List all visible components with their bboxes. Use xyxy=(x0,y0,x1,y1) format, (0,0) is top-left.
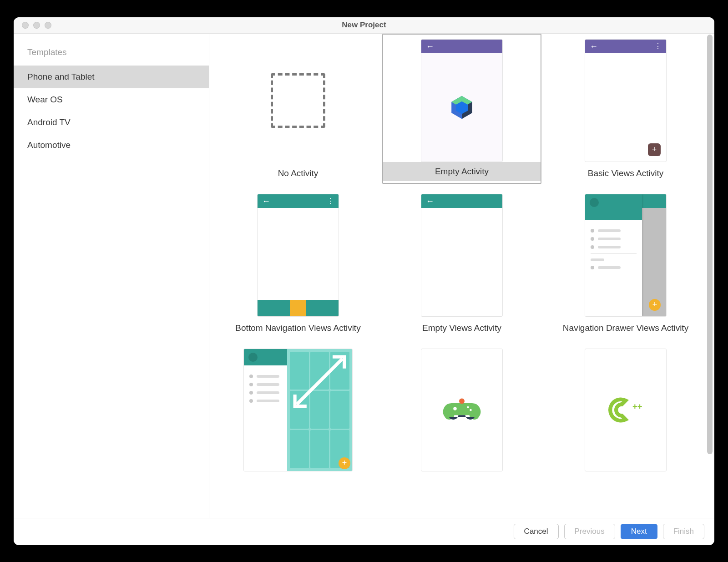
appbar-preview: ← ⋮ xyxy=(258,194,339,208)
template-native-cpp[interactable]: ++ xyxy=(546,343,705,472)
bottom-nav-preview xyxy=(258,300,339,316)
more-vert-icon: ⋮ xyxy=(654,42,662,51)
template-thumbnail xyxy=(421,349,503,471)
cpp-icon: ++ xyxy=(603,392,648,428)
cancel-button[interactable]: Cancel xyxy=(514,524,559,539)
previous-button[interactable]: Previous xyxy=(564,524,615,539)
template-label: Bottom Navigation Views Activity xyxy=(235,317,360,338)
template-label: No Activity xyxy=(278,162,318,183)
svg-point-5 xyxy=(459,398,465,404)
zoom-window-button[interactable] xyxy=(45,22,51,29)
next-button[interactable]: Next xyxy=(621,524,657,539)
template-responsive-views-activity[interactable]: + xyxy=(218,343,378,472)
template-thumbnail: ++ xyxy=(585,349,667,471)
appbar-preview: ← xyxy=(421,40,502,53)
dialog-body: Templates Phone and Tablet Wear OS Andro… xyxy=(14,34,714,518)
jetpack-compose-icon xyxy=(448,94,475,121)
dialog-footer: Cancel Previous Next Finish xyxy=(14,518,714,545)
close-window-button[interactable] xyxy=(22,22,29,29)
titlebar: New Project xyxy=(14,17,714,34)
template-thumbnail: ← ⋮ xyxy=(257,194,339,317)
window-title: New Project xyxy=(14,20,714,30)
template-thumbnail: ← ⋮ + xyxy=(585,39,667,162)
template-label: Navigation Drawer Views Activity xyxy=(563,317,688,338)
back-arrow-icon: ← xyxy=(426,197,434,205)
more-vert-icon: ⋮ xyxy=(327,197,334,205)
finish-button[interactable]: Finish xyxy=(663,524,704,539)
window-controls xyxy=(14,22,51,29)
template-thumbnail xyxy=(257,39,339,162)
template-label: Empty Activity xyxy=(383,162,541,181)
sidebar-item-label: Phone and Tablet xyxy=(27,72,95,81)
back-arrow-icon: ← xyxy=(590,42,598,51)
game-controller-icon xyxy=(441,396,482,424)
template-bottom-navigation-views-activity[interactable]: ← ⋮ Bottom Navigation Views Activity xyxy=(218,188,378,339)
drawer-content-behind: + xyxy=(642,194,666,316)
resize-arrow-icon xyxy=(287,349,352,414)
scrollbar[interactable] xyxy=(706,35,713,517)
fab-icon: + xyxy=(649,299,661,311)
template-thumbnail: ← xyxy=(421,39,503,162)
svg-text:++: ++ xyxy=(632,401,642,411)
template-game-activity[interactable] xyxy=(382,343,541,472)
back-arrow-icon: ← xyxy=(262,197,270,205)
template-label: Basic Views Activity xyxy=(588,162,663,183)
svg-point-6 xyxy=(453,407,457,410)
scrollbar-thumb[interactable] xyxy=(707,35,713,454)
template-thumbnail: + xyxy=(243,349,353,471)
template-thumbnail: + xyxy=(585,194,667,317)
new-project-window: New Project Templates Phone and Tablet W… xyxy=(14,17,714,545)
template-basic-views-activity[interactable]: ← ⋮ + Basic Views Activity xyxy=(546,34,705,184)
template-no-activity[interactable]: No Activity xyxy=(218,34,378,184)
template-gallery: No Activity ← xyxy=(209,34,714,518)
svg-point-8 xyxy=(470,409,472,411)
appbar-preview: ← xyxy=(421,194,502,208)
template-label: Empty Views Activity xyxy=(422,317,501,338)
back-arrow-icon: ← xyxy=(426,42,434,51)
sidebar-header: Templates xyxy=(14,47,209,66)
fab-icon: + xyxy=(648,143,661,156)
sidebar: Templates Phone and Tablet Wear OS Andro… xyxy=(14,34,209,518)
fab-icon: + xyxy=(339,457,350,469)
sidebar-item-label: Wear OS xyxy=(27,95,63,104)
drawer-panel-preview xyxy=(585,194,642,316)
sidebar-item-label: Automotive xyxy=(27,140,71,150)
sidebar-item-phone-and-tablet[interactable]: Phone and Tablet xyxy=(14,66,209,88)
dashed-placeholder-icon xyxy=(271,73,325,128)
sidebar-item-android-tv[interactable]: Android TV xyxy=(14,111,209,134)
svg-line-4 xyxy=(297,359,343,404)
sidebar-item-wear-os[interactable]: Wear OS xyxy=(14,88,209,111)
sidebar-item-automotive[interactable]: Automotive xyxy=(14,134,209,157)
template-navigation-drawer-views-activity[interactable]: + Navigation Drawer Views Activity xyxy=(546,188,705,339)
appbar-preview: ← ⋮ xyxy=(585,40,666,53)
sidebar-item-label: Android TV xyxy=(27,117,71,127)
template-thumbnail: ← xyxy=(421,194,503,317)
svg-point-7 xyxy=(467,406,469,408)
minimize-window-button[interactable] xyxy=(33,22,40,29)
template-empty-views-activity[interactable]: ← Empty Views Activity xyxy=(382,188,541,339)
template-empty-activity[interactable]: ← Empty Activity xyxy=(382,34,541,184)
